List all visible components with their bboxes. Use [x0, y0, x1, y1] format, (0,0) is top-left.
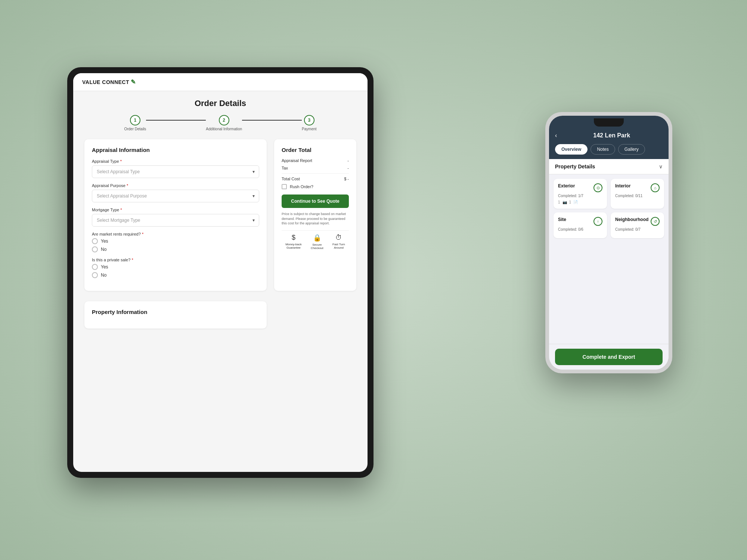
mortgage-type-select[interactable]: Select Mortgage Type	[92, 214, 259, 227]
private-sale-options: Yes No	[92, 264, 259, 278]
app-logo: VALUE CONNECT ✎	[82, 78, 136, 85]
order-appraisal-label: Appraisal Report	[282, 158, 312, 163]
phone-header: ‹ 142 Len Park	[549, 129, 669, 144]
price-note: Price is subject to change based on mark…	[282, 212, 349, 226]
market-rents-no[interactable]: No	[92, 246, 259, 252]
tab-gallery[interactable]: Gallery	[618, 144, 645, 155]
rush-order-row[interactable]: Rush Order?	[282, 184, 349, 189]
exterior-status: Completed: 1/7	[558, 194, 602, 198]
property-panel-title: Property Information	[92, 309, 259, 315]
market-rents-label: Are market rents required? *	[92, 232, 259, 236]
property-details-title: Property Details	[555, 164, 595, 169]
market-rents-group: Are market rents required? * Yes	[92, 232, 259, 252]
logo-text: VALUE CONNECT	[82, 79, 129, 85]
mortgage-type-group: Mortgage Type * Select Mortgage Type	[92, 208, 259, 227]
neighbourhood-card-header: Neighbourhood ↺	[615, 217, 660, 226]
phone-screen: ‹ 142 Len Park Overview Notes Gallery Pr…	[549, 116, 669, 370]
interior-status: Completed: 0/11	[615, 194, 660, 198]
appraisal-purpose-select-wrapper[interactable]: Select Appraisal Purpose	[92, 190, 259, 202]
order-title: Order Total	[282, 147, 349, 153]
page-title: Order Details	[84, 99, 356, 108]
tablet-device: VALUE CONNECT ✎ Order Details 1 Order De…	[67, 67, 374, 478]
tablet-screen: VALUE CONNECT ✎ Order Details 1 Order De…	[73, 73, 368, 472]
site-title: Site	[558, 217, 566, 222]
private-sale-yes-radio[interactable]	[92, 264, 98, 270]
market-rents-no-radio[interactable]	[92, 246, 98, 252]
appraisal-type-select[interactable]: Select Appraisal Type	[92, 165, 259, 178]
private-sale-no-radio[interactable]	[92, 272, 98, 278]
order-row-total: Total Cost $ -	[282, 177, 349, 181]
phone-device: ‹ 142 Len Park Overview Notes Gallery Pr…	[545, 112, 672, 373]
step-2-label: Additional Information	[206, 127, 242, 131]
phone-notch	[594, 118, 624, 127]
step-3-circle: 3	[304, 115, 314, 125]
exterior-icon: ⊙	[593, 183, 602, 192]
phone-body: Property Details ∨ Exterior ⊙ Completed:…	[549, 159, 669, 344]
continue-quote-button[interactable]: Continue to See Quote	[282, 195, 349, 208]
market-rents-yes[interactable]: Yes	[92, 238, 259, 244]
interior-card[interactable]: Interior ⌂ Completed: 0/11	[611, 179, 664, 209]
interior-card-header: Interior ⌂	[615, 183, 660, 192]
back-button[interactable]: ‹	[555, 132, 557, 139]
rush-order-checkbox[interactable]	[282, 184, 287, 189]
secure-label: SecureCheckout	[311, 243, 323, 250]
site-card-header: Site ↑	[558, 217, 602, 226]
site-card[interactable]: Site ↑ Completed: 0/6	[554, 212, 607, 238]
money-icon: $	[292, 234, 295, 242]
logo-icon: ✎	[131, 78, 136, 85]
private-sale-yes[interactable]: Yes	[92, 264, 259, 270]
secure-checkout-badge: 🔒 SecureCheckout	[311, 234, 323, 250]
neighbourhood-icon: ↺	[651, 217, 660, 226]
neighbourhood-status: Completed: 0/7	[615, 227, 660, 231]
fast-label: Fast TurnAround	[332, 243, 345, 250]
step-1: 1 Order Details	[124, 115, 146, 131]
neighbourhood-card[interactable]: Neighbourhood ↺ Completed: 0/7	[611, 212, 664, 238]
order-appraisal-value: -	[347, 158, 349, 163]
rush-order-label: Rush Order?	[290, 184, 313, 189]
order-total-label: Total Cost	[282, 177, 300, 181]
trust-badges: $ Money-backGuarantee 🔒 SecureCheckout ⏱…	[282, 230, 349, 250]
stepper: 1 Order Details 2 Additional Information	[84, 115, 356, 131]
site-status: Completed: 0/6	[558, 227, 602, 231]
property-panel: Property Information	[84, 301, 267, 329]
order-tax-value: -	[347, 166, 349, 170]
neighbourhood-title: Neighbourhood	[615, 217, 648, 222]
interior-title: Interior	[615, 183, 630, 189]
tablet-content: Order Details 1 Order Details 2 A	[73, 91, 368, 336]
private-sale-label: Is this a private sale? *	[92, 258, 259, 262]
exterior-card[interactable]: Exterior ⊙ Completed: 1/7 1 📷 1 📄	[554, 179, 607, 209]
step-2-circle: 2	[219, 115, 229, 125]
tab-overview[interactable]: Overview	[555, 144, 588, 155]
phone-tabs: Overview Notes Gallery	[549, 144, 669, 159]
fast-turnaround-badge: ⏱ Fast TurnAround	[332, 234, 345, 250]
appraisal-type-group: Appraisal Type * Select Appraisal Type	[92, 159, 259, 178]
appraisal-type-label: Appraisal Type *	[92, 159, 259, 164]
clock-icon: ⏱	[335, 234, 342, 242]
tab-notes[interactable]: Notes	[591, 144, 615, 155]
step-1-circle: 1	[130, 115, 140, 125]
appraisal-type-select-wrapper[interactable]: Select Appraisal Type	[92, 165, 259, 178]
market-rents-options: Yes No	[92, 238, 259, 252]
form-layout: Appraisal Information Appraisal Type * S…	[84, 139, 356, 291]
property-details-header: Property Details ∨	[549, 159, 669, 174]
step-3: 3 Payment	[302, 115, 316, 131]
appraisal-purpose-group: Appraisal Purpose * Select Appraisal Pur…	[92, 183, 259, 202]
chevron-down-icon: ∨	[659, 164, 663, 169]
appraisal-purpose-select[interactable]: Select Appraisal Purpose	[92, 190, 259, 202]
appraisal-title: Appraisal Information	[92, 147, 259, 153]
order-row-tax: Tax -	[282, 166, 349, 170]
tablet-header: VALUE CONNECT ✎	[73, 73, 368, 91]
order-total-value: $ -	[344, 177, 349, 181]
money-label: Money-backGuarantee	[285, 243, 302, 250]
mortgage-type-select-wrapper[interactable]: Select Mortgage Type	[92, 214, 259, 227]
step-1-label: Order Details	[124, 127, 146, 131]
lock-icon: 🔒	[313, 234, 321, 242]
private-sale-group: Is this a private sale? * Yes	[92, 258, 259, 278]
market-rents-yes-radio[interactable]	[92, 238, 98, 244]
site-icon: ↑	[593, 217, 602, 226]
exterior-meta: 1 📷 1 📄	[558, 200, 602, 204]
private-sale-no[interactable]: No	[92, 272, 259, 278]
money-back-badge: $ Money-backGuarantee	[285, 234, 302, 250]
exterior-card-header: Exterior ⊙	[558, 183, 602, 192]
complete-export-button[interactable]: Complete and Export	[555, 349, 663, 365]
